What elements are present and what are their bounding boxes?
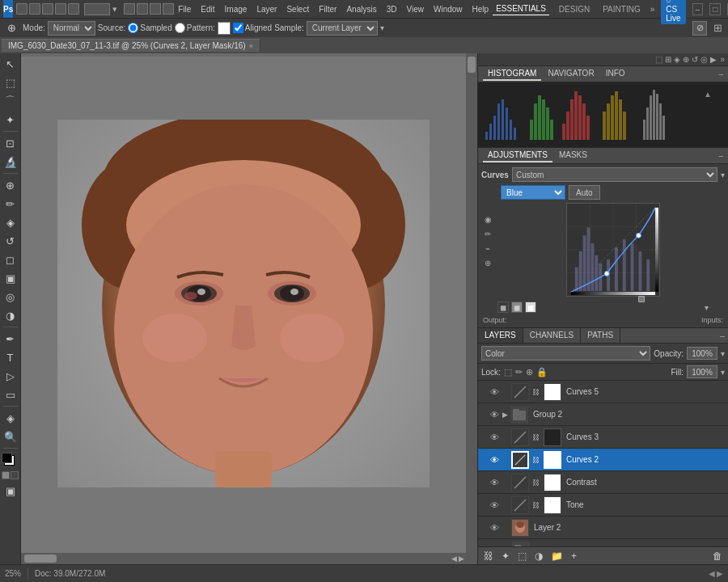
- pattern-radio[interactable]: Pattern:: [175, 23, 215, 33]
- curves-pencil-tool[interactable]: ✏: [481, 227, 494, 240]
- curves-hand-tool[interactable]: ◉: [481, 213, 494, 226]
- screen-icon[interactable]: [150, 3, 161, 15]
- channel-select[interactable]: Blue: [501, 185, 565, 200]
- extras-icon[interactable]: [163, 3, 174, 15]
- minimize-btn[interactable]: –: [692, 3, 704, 15]
- workspace-painting[interactable]: PAINTING: [599, 3, 643, 15]
- cs-live-btn[interactable]: ○ CS Live: [661, 0, 685, 24]
- layer-link-btn[interactable]: ⛓: [481, 550, 496, 562]
- panel-icon-4[interactable]: ⊕: [683, 55, 689, 64]
- crop-tool[interactable]: ⊡: [2, 134, 19, 152]
- curves-graph[interactable]: [566, 203, 660, 297]
- fill-arrow[interactable]: ▾: [721, 368, 725, 377]
- history-brush-tool[interactable]: ↺: [2, 232, 19, 250]
- nav-left-btn[interactable]: ◀: [709, 569, 715, 578]
- save-icon[interactable]: [42, 3, 53, 15]
- curves-menu-btn[interactable]: ▾: [721, 171, 725, 179]
- layer-vis-curves3[interactable]: 👁: [489, 432, 500, 442]
- workspace-essentials[interactable]: ESSENTIALS: [493, 2, 549, 15]
- scroll-arrows[interactable]: ◀ ▶: [451, 555, 466, 563]
- panel-icon-7[interactable]: ▶: [710, 55, 717, 64]
- curves-target-tool[interactable]: ⊕: [481, 256, 494, 269]
- layer-vis-tone[interactable]: 👁: [489, 500, 500, 510]
- vertical-scrollbar[interactable]: [466, 53, 477, 564]
- move-tool[interactable]: ↖: [2, 55, 19, 73]
- shape-tool[interactable]: ▭: [2, 386, 19, 403]
- workspace-more-icon[interactable]: »: [650, 5, 655, 14]
- layer-mask-btn[interactable]: ⬚: [515, 550, 529, 562]
- mode-select[interactable]: Normal: [48, 21, 95, 36]
- sampled-radio[interactable]: Sampled: [128, 23, 171, 33]
- arrange-icon[interactable]: [124, 3, 135, 15]
- horizontal-scrollbar[interactable]: ◀ ▶: [21, 553, 466, 564]
- menu-image[interactable]: Image: [221, 3, 252, 15]
- lasso-tool[interactable]: ⌒: [2, 92, 19, 110]
- panel-collapse-btn[interactable]: »: [720, 55, 725, 64]
- auto-btn[interactable]: Auto: [569, 185, 600, 200]
- layer-vis-contrast[interactable]: 👁: [489, 478, 500, 487]
- layer-adjustment-btn[interactable]: ◑: [532, 550, 545, 562]
- menu-3d[interactable]: 3D: [383, 3, 401, 15]
- magic-wand-tool[interactable]: ✦: [2, 111, 19, 129]
- tab-navigator[interactable]: NAVIGATOR: [543, 67, 599, 81]
- open-doc-icon[interactable]: [29, 3, 40, 15]
- menu-analysis[interactable]: Analysis: [342, 3, 380, 15]
- cancel-tool-btn[interactable]: ⊘: [692, 21, 707, 36]
- layer-expand-group2[interactable]: ▶: [502, 411, 508, 419]
- menu-window[interactable]: Window: [430, 3, 467, 15]
- brush-options-icon[interactable]: ⊞: [710, 21, 725, 36]
- menu-layer[interactable]: Layer: [252, 3, 281, 15]
- brush-tool[interactable]: ✏: [2, 195, 19, 213]
- dodge-tool[interactable]: ◑: [2, 306, 19, 324]
- pen-tool[interactable]: ✒: [2, 330, 19, 348]
- tab-masks[interactable]: MASKS: [554, 149, 592, 162]
- input-slider[interactable]: [571, 297, 655, 301]
- layer-vis-group2[interactable]: 👁: [489, 410, 500, 420]
- rotate-icon[interactable]: [68, 3, 79, 15]
- layer-vis-curves2[interactable]: 👁: [489, 455, 500, 465]
- layer-style-btn[interactable]: ✦: [499, 550, 512, 562]
- lock-image-icon[interactable]: ✏: [515, 367, 523, 377]
- blur-tool[interactable]: ◎: [2, 288, 19, 306]
- layer-item-curves2[interactable]: 👁 ⛓ Curves 2: [478, 449, 728, 471]
- tab-layers[interactable]: LAYERS: [478, 328, 523, 343]
- layer-item-contrast[interactable]: 👁 ⛓ Contrast: [478, 471, 728, 494]
- sample-select[interactable]: Current Layer: [307, 21, 378, 36]
- opacity-input[interactable]: 100%: [687, 347, 717, 360]
- menu-file[interactable]: File: [174, 3, 195, 15]
- marquee-tool[interactable]: ⬚: [2, 74, 19, 91]
- layer-item-curves3[interactable]: 👁 ⛓ Curves 3: [478, 426, 728, 449]
- layer-delete-btn[interactable]: 🗑: [710, 550, 725, 562]
- layer-vis-curves5[interactable]: 👁: [489, 387, 500, 397]
- menu-edit[interactable]: Edit: [197, 3, 218, 15]
- curves-brush-tool[interactable]: ⌁: [481, 242, 494, 255]
- histogram-minimize[interactable]: –: [718, 70, 723, 78]
- adjustments-minimize[interactable]: –: [718, 151, 723, 160]
- layer-item-group1[interactable]: 👁 ▼ Group 1: [478, 539, 728, 546]
- panel-icon-6[interactable]: ◎: [700, 55, 708, 64]
- curves-sample-midtone[interactable]: ◼: [511, 302, 523, 313]
- menu-help[interactable]: Help: [468, 3, 493, 15]
- tab-channels[interactable]: CHANNELS: [523, 328, 581, 343]
- aligned-checkbox[interactable]: Aligned: [233, 23, 272, 33]
- menu-select[interactable]: Select: [282, 3, 313, 15]
- menu-view[interactable]: View: [402, 3, 428, 15]
- panel-icon-1[interactable]: ⬚: [655, 55, 662, 64]
- panel-icon-3[interactable]: ◈: [674, 55, 680, 64]
- layer-group-btn[interactable]: 📁: [548, 550, 565, 562]
- healing-brush-tool[interactable]: ⊕: [2, 176, 19, 194]
- layer-new-btn[interactable]: +: [569, 550, 579, 562]
- nav-right-btn[interactable]: ▶: [717, 569, 723, 578]
- normal-mode-icon[interactable]: [2, 471, 10, 479]
- zoom-input[interactable]: 25%: [84, 3, 110, 15]
- layers-panel-menu[interactable]: –: [717, 328, 728, 343]
- fill-input[interactable]: 100%: [687, 365, 717, 378]
- layer-item-layer2[interactable]: 👁 Layer 2: [478, 517, 728, 539]
- print-icon[interactable]: [55, 3, 66, 15]
- tab-histogram[interactable]: HISTOGRAM: [483, 67, 541, 81]
- panel-icon-2[interactable]: ⊞: [665, 55, 671, 64]
- panel-icon-5[interactable]: ↺: [692, 55, 698, 64]
- blend-mode-select[interactable]: Color: [481, 346, 650, 361]
- lock-transparent-icon[interactable]: ⬚: [504, 367, 512, 377]
- eraser-tool[interactable]: ◻: [2, 251, 19, 268]
